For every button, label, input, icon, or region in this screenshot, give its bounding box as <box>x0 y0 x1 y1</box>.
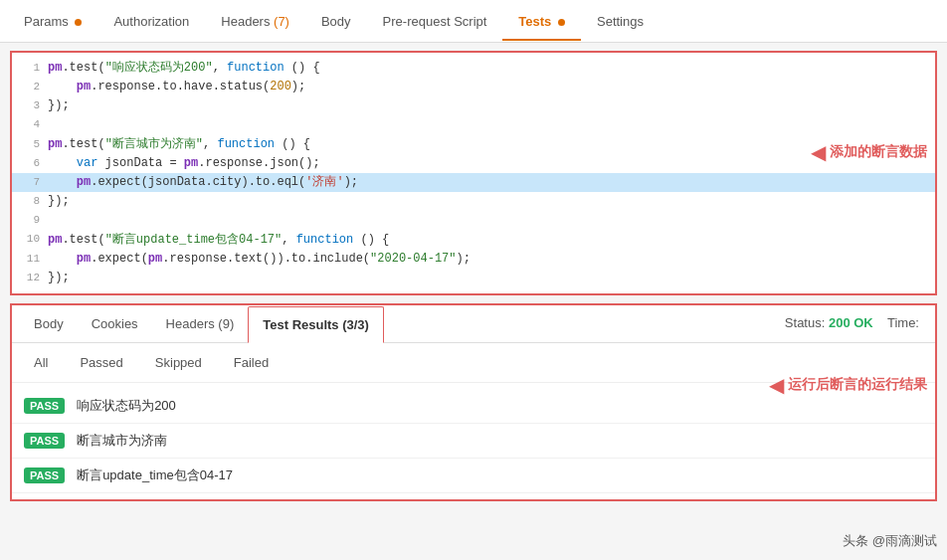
tab-params[interactable]: Params <box>8 2 97 41</box>
top-tab-bar: Params Authorization Headers (7) Body Pr… <box>0 0 947 43</box>
tab-authorization[interactable]: Authorization <box>97 2 205 41</box>
time-label: Time: <box>887 315 919 330</box>
filter-passed-button[interactable]: Passed <box>70 351 132 374</box>
line-num-6: 6 <box>16 155 40 173</box>
params-dot <box>75 19 82 26</box>
tab-prerequest-label: Pre-request Script <box>383 14 487 29</box>
line-content-9 <box>48 212 931 231</box>
test-label-2: 断言城市为济南 <box>77 432 167 450</box>
tab-settings-label: Settings <box>597 14 644 29</box>
line-content-2: pm.response.to.have.status(200); <box>48 78 931 96</box>
response-section: Body Cookies Headers (9) Test Results (3… <box>10 303 937 501</box>
resp-tab-test-results[interactable]: Test Results (3/3) <box>248 306 384 343</box>
response-annotation: ◀ 运行后断言的运行结果 <box>769 373 927 397</box>
line-content-6: var jsonData = pm.response.json(); <box>48 154 931 173</box>
status-value: 200 OK <box>829 315 873 330</box>
filter-all-button[interactable]: All <box>24 351 58 374</box>
resp-tab-body-label: Body <box>34 316 64 331</box>
watermark-text: 头条 @雨滴测试 <box>843 533 937 548</box>
line-content-5: pm.test("断言城市为济南", function () { <box>48 135 931 154</box>
tab-prerequest[interactable]: Pre-request Script <box>367 2 503 41</box>
line-num-11: 11 <box>16 251 40 269</box>
resp-tab-headers[interactable]: Headers (9) <box>152 306 249 341</box>
filter-all-label: All <box>34 355 48 370</box>
code-line-6: 6 var jsonData = pm.response.json(); <box>12 154 935 173</box>
code-line-4: 4 <box>12 116 935 135</box>
code-line-7: 7 pm.expect(jsonData.city).to.eql('济南'); <box>12 173 935 192</box>
filter-skipped-label: Skipped <box>155 355 202 370</box>
code-line-11: 11 pm.expect(pm.response.text()).to.incl… <box>12 250 935 269</box>
tab-tests[interactable]: Tests <box>502 2 581 41</box>
line-num-8: 8 <box>16 193 40 211</box>
resp-tab-test-results-label: Test Results (3/3) <box>263 317 369 332</box>
tab-tests-label: Tests <box>518 14 551 29</box>
line-num-3: 3 <box>16 97 40 115</box>
status-label: Status: <box>785 315 825 330</box>
resp-tab-headers-label: Headers (9) <box>166 316 235 331</box>
code-line-9: 9 <box>12 212 935 231</box>
code-line-10: 10 pm.test("断言update_time包含04-17", funct… <box>12 231 935 250</box>
line-num-2: 2 <box>16 79 40 96</box>
resp-tab-cookies-label: Cookies <box>92 316 138 331</box>
filter-skipped-button[interactable]: Skipped <box>145 351 212 374</box>
line-content-4 <box>48 116 931 135</box>
filter-failed-button[interactable]: Failed <box>224 351 279 374</box>
tab-headers-label: Headers (7) <box>221 14 289 29</box>
code-editor[interactable]: 1 pm.test("响应状态码为200", function () { 2 p… <box>10 51 937 295</box>
line-content-1: pm.test("响应状态码为200", function () { <box>48 59 931 78</box>
tab-auth-label: Authorization <box>113 14 189 29</box>
editor-wrapper: 1 pm.test("响应状态码为200", function () { 2 p… <box>0 51 947 295</box>
code-line-12: 12 }); <box>12 269 935 287</box>
code-line-1: 1 pm.test("响应状态码为200", function () { <box>12 59 935 78</box>
test-label-1: 响应状态码为200 <box>77 397 176 415</box>
resp-tab-cookies[interactable]: Cookies <box>78 306 152 341</box>
resp-annotation-arrow-icon: ◀ <box>769 373 784 397</box>
line-content-8: }); <box>48 192 931 211</box>
editor-annotation: ◀ 添加的断言数据 <box>811 140 927 164</box>
line-num-10: 10 <box>16 231 40 249</box>
status-bar: Status: 200 OK Time: <box>785 315 919 330</box>
tab-params-label: Params <box>24 14 69 29</box>
pass-badge-1: PASS <box>24 398 65 414</box>
line-num-12: 12 <box>16 270 40 287</box>
filter-failed-label: Failed <box>234 355 269 370</box>
line-content-11: pm.expect(pm.response.text()).to.include… <box>48 250 931 269</box>
code-line-8: 8 }); <box>12 192 935 211</box>
tab-headers[interactable]: Headers (7) <box>205 2 305 41</box>
resp-tab-body[interactable]: Body <box>20 306 78 341</box>
response-tab-bar: Body Cookies Headers (9) Test Results (3… <box>12 305 935 343</box>
test-row-2: PASS 断言城市为济南 <box>12 424 935 459</box>
test-row-3: PASS 断言update_time包含04-17 <box>12 459 935 493</box>
response-wrapper: Body Cookies Headers (9) Test Results (3… <box>0 303 947 501</box>
filter-passed-label: Passed <box>80 355 122 370</box>
test-label-3: 断言update_time包含04-17 <box>77 467 233 484</box>
editor-annotation-text: 添加的断言数据 <box>830 143 927 161</box>
line-content-12: }); <box>48 269 931 287</box>
line-num-5: 5 <box>16 136 40 154</box>
tab-body-label: Body <box>321 14 351 29</box>
test-results-list: PASS 响应状态码为200 PASS 断言城市为济南 PASS 断言updat… <box>12 383 935 499</box>
pass-badge-2: PASS <box>24 433 65 449</box>
line-content-3: }); <box>48 96 931 115</box>
watermark: 头条 @雨滴测试 <box>843 532 937 550</box>
code-line-2: 2 pm.response.to.have.status(200); <box>12 78 935 96</box>
response-annotation-text: 运行后断言的运行结果 <box>788 376 927 394</box>
line-num-4: 4 <box>16 116 40 134</box>
tab-body[interactable]: Body <box>305 2 367 41</box>
line-num-1: 1 <box>16 60 40 78</box>
code-line-3: 3 }); <box>12 96 935 115</box>
annotation-arrow-icon: ◀ <box>811 140 826 164</box>
editor-inner: 1 pm.test("响应状态码为200", function () { 2 p… <box>12 53 935 293</box>
pass-badge-3: PASS <box>24 467 65 483</box>
code-line-5: 5 pm.test("断言城市为济南", function () { <box>12 135 935 154</box>
line-num-9: 9 <box>16 212 40 230</box>
tests-dot <box>558 19 565 26</box>
line-content-10: pm.test("断言update_time包含04-17", function… <box>48 231 931 250</box>
line-content-7: pm.expect(jsonData.city).to.eql('济南'); <box>48 173 931 192</box>
line-num-7: 7 <box>16 174 40 192</box>
tab-settings[interactable]: Settings <box>581 2 660 41</box>
